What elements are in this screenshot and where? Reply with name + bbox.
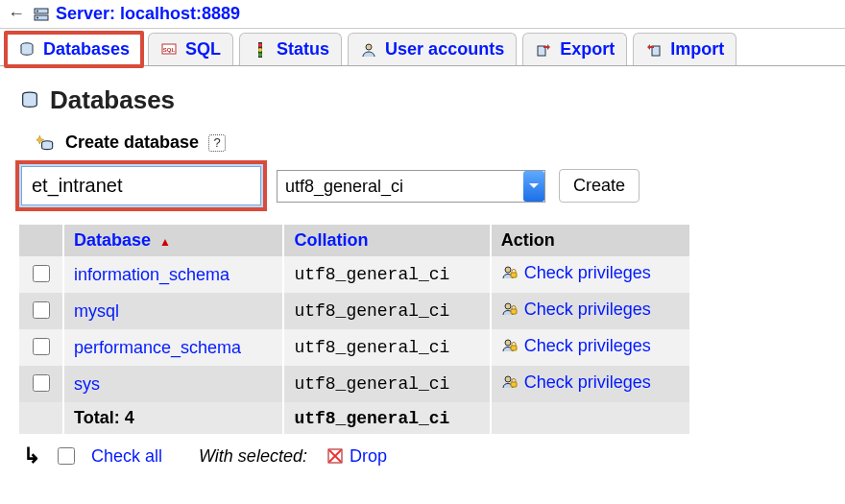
new-database-icon [36,133,56,153]
svg-point-8 [258,43,262,47]
page-content: Databases Create database ? utf8_general… [0,66,845,492]
tab-sql[interactable]: SQL SQL [148,33,233,65]
back-button[interactable]: ← [8,4,25,24]
header-database-label: Database [74,230,151,250]
database-link[interactable]: mysql [74,301,119,321]
table-footer-actions: ↳ Check all With selected: Drop [19,434,826,478]
svg-point-18 [505,303,511,309]
svg-rect-23 [511,382,517,387]
row-checkbox[interactable] [33,374,50,392]
tab-export[interactable]: Export [522,33,627,65]
collation-select[interactable]: utf8_general_ci [277,170,545,203]
check-privileges-link[interactable]: Check privileges [501,372,651,393]
database-link[interactable]: performance_schema [74,338,241,357]
tab-databases-label: Databases [43,39,130,60]
sql-icon: SQL [160,41,178,59]
create-database-heading: Create database ? [36,132,826,153]
svg-text:SQL: SQL [163,47,176,53]
help-icon[interactable]: ? [208,134,226,152]
tab-databases[interactable]: Databases [6,33,142,65]
database-icon [19,90,40,111]
row-collation: utf8_general_ci [283,329,490,366]
tab-import[interactable]: Import [633,33,736,65]
footer-blank [19,402,63,434]
footer-action-blank [491,402,690,434]
page-title-text: Databases [50,85,175,115]
row-collation: utf8_general_ci [283,256,490,293]
database-icon [18,41,36,59]
database-link[interactable]: sys [74,374,100,394]
row-checkbox[interactable] [33,338,50,355]
row-collation: utf8_general_ci [283,293,490,329]
svg-point-11 [366,44,372,50]
tab-bar: Databases SQL SQL Status User accounts E… [0,29,845,66]
header-checkbox-col [19,225,63,256]
create-database-label: Create database [65,132,199,153]
row-checkbox[interactable] [33,301,50,319]
svg-point-10 [258,53,262,57]
import-icon [645,41,663,59]
sort-asc-icon: ▲ [159,235,171,249]
drop-link[interactable]: Drop [326,446,387,467]
privileges-icon [501,373,519,391]
breadcrumb-bar: ← Server: localhost:8889 [0,0,845,29]
header-action: Action [491,225,690,256]
tab-import-label: Import [670,39,724,60]
tab-sql-label: SQL [185,39,221,60]
svg-point-9 [258,48,262,52]
footer-total: Total: 4 [63,402,283,434]
footer-collation: utf8_general_ci [283,402,490,434]
svg-rect-17 [511,273,517,277]
tab-export-label: Export [560,39,615,60]
privileges-icon [501,300,519,318]
check-privileges-link[interactable]: Check privileges [501,336,651,356]
server-icon [33,6,50,23]
header-database[interactable]: Database ▲ [63,225,283,256]
svg-point-16 [505,267,511,273]
check-all-link[interactable]: Check all [91,446,162,467]
tab-status[interactable]: Status [239,33,342,65]
svg-rect-19 [511,309,517,314]
check-privileges-label: Check privileges [524,372,651,393]
check-privileges-link[interactable]: Check privileges [501,300,651,320]
database-name-input[interactable] [21,166,261,205]
tab-user-accounts-label: User accounts [385,39,504,60]
row-collation: utf8_general_ci [283,366,490,402]
svg-point-20 [505,340,511,346]
svg-point-2 [36,10,38,12]
table-row: performance_schemautf8_general_ciCheck p… [19,329,690,366]
tab-status-label: Status [277,39,329,60]
header-collation[interactable]: Collation [283,225,490,256]
table-row: mysqlutf8_general_ciCheck privileges [19,293,690,329]
status-icon [252,41,269,59]
check-all-checkbox[interactable] [58,447,75,465]
database-table: Database ▲ Collation Action information_… [19,225,691,434]
export-icon [535,41,552,59]
create-database-form: utf8_general_ci Create [19,164,826,207]
check-privileges-label: Check privileges [524,300,651,320]
drop-label: Drop [350,446,387,467]
check-privileges-label: Check privileges [524,336,651,356]
check-privileges-label: Check privileges [524,263,651,283]
privileges-icon [501,337,519,354]
with-selected-label: With selected: [199,446,307,467]
server-label[interactable]: Server: localhost:8889 [56,4,240,24]
svg-point-22 [505,376,511,382]
check-privileges-link[interactable]: Check privileges [501,263,651,283]
user-accounts-icon [360,41,377,59]
page-title: Databases [19,85,826,115]
database-name-wrap [19,164,263,207]
create-button[interactable]: Create [559,169,640,203]
collation-select-wrap: utf8_general_ci [277,170,545,203]
select-arrow-icon: ↳ [23,444,40,468]
table-row: information_schemautf8_general_ciCheck p… [19,256,690,293]
privileges-icon [501,264,519,281]
table-row: sysutf8_general_ciCheck privileges [19,366,690,402]
drop-icon [326,447,344,465]
tab-user-accounts[interactable]: User accounts [348,33,517,65]
database-link[interactable]: information_schema [74,265,229,284]
svg-rect-21 [511,346,517,350]
row-checkbox[interactable] [33,265,50,282]
svg-point-3 [36,16,38,18]
